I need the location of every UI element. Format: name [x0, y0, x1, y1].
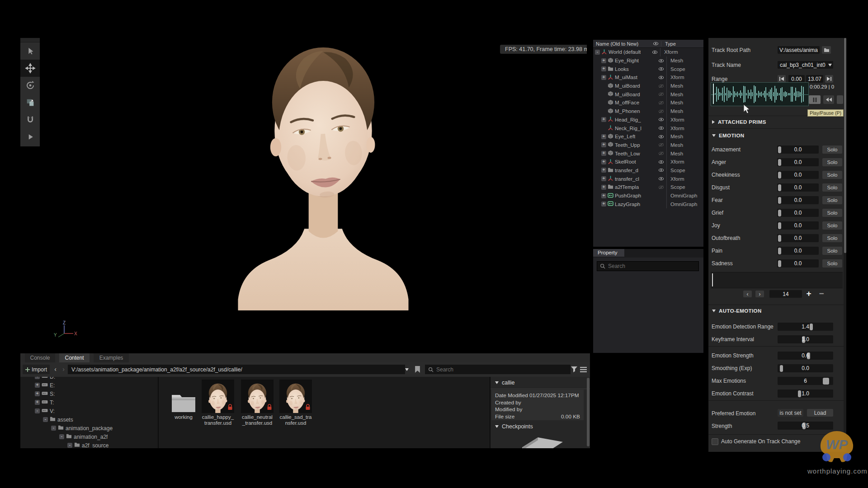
track-root-path-value[interactable]: V:/assets/anima — [778, 46, 820, 54]
property-search-input[interactable]: Search — [597, 261, 699, 271]
emotion-slider[interactable]: 0.0 — [777, 259, 819, 267]
load-button[interactable]: Load — [807, 409, 833, 417]
prim-name[interactable]: Head_Rig_ — [615, 117, 641, 122]
visibility-toggle[interactable] — [656, 159, 666, 165]
emotion-slider[interactable]: 0.0 — [777, 158, 819, 166]
stage-row[interactable]: + Eye_Right Mesh — [593, 56, 703, 65]
stage-row[interactable]: + Head_Rig_ Xform — [593, 116, 703, 124]
prim-name[interactable]: World (default — [609, 49, 641, 55]
prim-name[interactable]: transfer_d — [615, 168, 638, 173]
info-header[interactable]: callie — [491, 378, 590, 388]
page-value[interactable]: 14 — [769, 290, 802, 298]
filter-button[interactable] — [570, 366, 578, 373]
stage-row[interactable]: - World (default Xform — [593, 48, 703, 56]
scale-tool[interactable] — [20, 94, 40, 111]
directory-name[interactable]: animation_package — [66, 425, 113, 432]
setting-slider[interactable]: 1.0 — [778, 389, 833, 398]
emotion-slider[interactable]: 0.0 — [777, 209, 819, 217]
emotion-section[interactable]: EMOTION — [712, 133, 744, 138]
emotion-slider[interactable]: 0.0 — [777, 234, 819, 242]
range-end-skip-button[interactable] — [825, 75, 833, 83]
visibility-toggle[interactable] — [656, 75, 666, 80]
move-tool[interactable] — [20, 60, 40, 77]
visibility-toggle[interactable] — [656, 184, 666, 190]
prim-name[interactable]: Looks — [615, 66, 629, 72]
stage-row[interactable]: + Eye_Left Mesh — [593, 132, 703, 141]
stage-row[interactable]: M_Phonen Mesh — [593, 107, 703, 116]
directory-name[interactable]: animation_a2f — [74, 434, 108, 440]
prim-name[interactable]: a2fTempla — [615, 184, 639, 190]
add-keyframe-button[interactable]: + — [805, 290, 813, 298]
stage-row[interactable]: + a2fTempla Scope — [593, 183, 703, 192]
path-input[interactable]: V:/assets/animation_package/animation_a2… — [68, 365, 405, 374]
3d-viewport[interactable]: FPS: 41.70, Frame time: 23.98 ms Z X Y — [40, 38, 587, 351]
emotion-slider[interactable]: 0.0 — [777, 196, 819, 204]
solo-button[interactable]: Solo — [822, 183, 842, 192]
stage-row[interactable]: Neck_Rig_l Xform — [593, 124, 703, 132]
range-start-skip-button[interactable] — [778, 75, 786, 83]
visibility-toggle[interactable] — [656, 150, 666, 156]
visibility-toggle[interactable] — [649, 49, 660, 55]
forward-button[interactable]: › — [60, 365, 67, 374]
play-tool[interactable] — [20, 128, 40, 145]
pause-button[interactable] — [809, 95, 821, 104]
stage-row[interactable]: + Teeth_Low Mesh — [593, 149, 703, 158]
directory-name[interactable]: T: — [50, 399, 54, 406]
bookmark-button[interactable] — [413, 365, 422, 374]
prim-name[interactable]: M_uiBoard — [615, 83, 640, 89]
directory-name[interactable]: a2f_source — [82, 442, 108, 449]
prim-name[interactable]: M_uiBoard — [615, 92, 640, 97]
file-thumbnail[interactable] — [241, 380, 274, 413]
file-item[interactable]: working — [165, 380, 202, 420]
select-tool[interactable] — [20, 42, 40, 60]
stage-row[interactable]: M_offFace Mesh — [593, 99, 703, 107]
directory-name[interactable]: E: — [50, 382, 55, 389]
visibility-toggle[interactable] — [656, 167, 666, 173]
tab-examples[interactable]: Examples — [94, 353, 129, 362]
playhead-cursor[interactable] — [713, 84, 714, 104]
prim-name[interactable]: LazyGraph — [615, 202, 640, 207]
browser-search-input[interactable]: Search — [425, 365, 571, 374]
import-button[interactable]: Import — [23, 365, 50, 374]
checkpoints-header[interactable]: Checkpoints — [491, 422, 590, 431]
directory-tree-row[interactable]: - animation_package — [20, 424, 158, 432]
directory-name[interactable]: V: — [50, 408, 55, 414]
solo-button[interactable]: Solo — [822, 145, 842, 154]
stage-row[interactable]: M_uiBoard Mesh — [593, 90, 703, 99]
directory-tree-row[interactable]: + S: — [20, 389, 158, 398]
directory-tree-row[interactable]: - animation_a2f — [20, 432, 158, 441]
prim-name[interactable]: SkelRoot — [615, 159, 636, 164]
prim-name[interactable]: Teeth_Low — [615, 151, 640, 156]
stage-row[interactable]: + M_uiMast Xform — [593, 73, 703, 82]
setting-slider[interactable]: 1.4 — [778, 323, 833, 331]
directory-tree-row[interactable]: + E: — [20, 381, 158, 389]
stage-row[interactable]: + transfer_d Scope — [593, 166, 703, 175]
rewind-button[interactable] — [823, 95, 834, 104]
directory-name[interactable]: S: — [50, 391, 55, 397]
visibility-toggle[interactable] — [656, 176, 666, 182]
stage-row[interactable]: + SkelRoot Xform — [593, 158, 703, 166]
emotion-slider[interactable]: 0.0 — [777, 247, 819, 255]
prim-name[interactable]: transfer_cl — [615, 176, 639, 182]
file-thumbnail[interactable] — [202, 380, 234, 413]
solo-button[interactable]: Solo — [822, 221, 842, 230]
setting-slider[interactable]: 0.6 — [778, 352, 833, 360]
visibility-toggle[interactable] — [656, 83, 666, 89]
range-end-value[interactable]: 13.07 — [806, 75, 823, 83]
visibility-toggle[interactable] — [656, 66, 666, 72]
prim-name[interactable]: M_Phonen — [615, 108, 640, 114]
remove-keyframe-button[interactable]: − — [817, 290, 826, 298]
prim-name[interactable]: Eye_Left — [615, 134, 635, 139]
prim-name[interactable]: Eye_Right — [615, 58, 639, 63]
audio-waveform[interactable] — [711, 82, 809, 106]
track-name-select[interactable]: cal_bp3_ch01_int0 — [778, 61, 833, 69]
tab-content[interactable]: Content — [59, 353, 90, 362]
stage-row[interactable]: M_uiBoard Mesh — [593, 82, 703, 90]
visibility-toggle[interactable] — [656, 134, 666, 140]
visibility-toggle[interactable] — [656, 125, 666, 131]
scrollbar-thumb[interactable] — [844, 38, 846, 253]
visibility-toggle[interactable] — [656, 142, 666, 148]
stage-row[interactable]: + transfer_cl Xform — [593, 174, 703, 183]
fast-forward-button[interactable] — [837, 95, 843, 104]
visibility-toggle[interactable] — [656, 91, 666, 97]
